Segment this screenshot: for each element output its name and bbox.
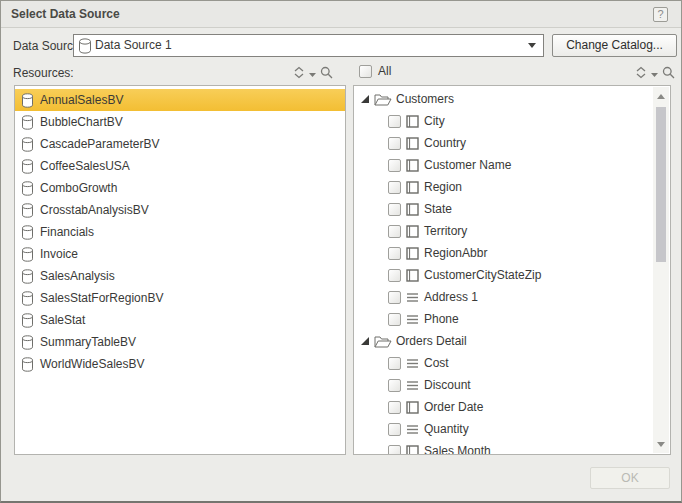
field-checkbox[interactable]: [388, 313, 401, 326]
field-checkbox[interactable]: [388, 203, 401, 216]
resource-item[interactable]: ComboGrowth: [15, 177, 345, 199]
column-field-icon: [406, 269, 419, 282]
tree-field-row[interactable]: Sales Month: [354, 440, 652, 455]
tree-field-label: Region: [424, 180, 462, 194]
resource-item[interactable]: SalesAnalysis: [15, 265, 345, 287]
tree-expander-icon: [360, 336, 370, 346]
field-checkbox[interactable]: [388, 137, 401, 150]
detail-field-icon: [406, 357, 419, 370]
resource-item-label: BubbleChartBV: [40, 115, 123, 129]
tree-expander-icon: [360, 94, 370, 104]
tree-field-row[interactable]: Quantity: [354, 418, 652, 440]
scrollbar-up-icon[interactable]: [653, 88, 669, 104]
all-label: All: [378, 64, 391, 78]
field-checkbox[interactable]: [388, 423, 401, 436]
all-checkbox[interactable]: [359, 65, 372, 78]
tree-field-label: CustomerCityStateZip: [424, 268, 541, 282]
sort-caret-icon[interactable]: [651, 73, 658, 78]
tree-field-row[interactable]: RegionAbbr: [354, 242, 652, 264]
search-icon[interactable]: [320, 66, 333, 79]
tree-field-row[interactable]: Cost: [354, 352, 652, 374]
tree-field-row[interactable]: Customer Name: [354, 154, 652, 176]
resource-item[interactable]: SummaryTableBV: [15, 331, 345, 353]
column-field-icon: [406, 445, 419, 456]
field-checkbox[interactable]: [388, 291, 401, 304]
field-checkbox[interactable]: [388, 357, 401, 370]
resource-item[interactable]: BubbleChartBV: [15, 111, 345, 133]
tree-field-row[interactable]: Order Date: [354, 396, 652, 418]
field-checkbox[interactable]: [388, 181, 401, 194]
resource-item-label: CascadeParameterBV: [40, 137, 159, 151]
column-field-icon: [406, 137, 419, 150]
folder-icon: [374, 335, 392, 348]
business-view-icon: [21, 225, 34, 240]
sort-icon[interactable]: [293, 66, 305, 79]
dialog-title: Select Data Source: [11, 7, 120, 21]
field-checkbox[interactable]: [388, 401, 401, 414]
resource-item[interactable]: CoffeeSalesUSA: [15, 155, 345, 177]
resource-item-label: AnnualSalesBV: [40, 93, 123, 107]
business-view-icon: [21, 357, 34, 372]
sort-caret-icon[interactable]: [309, 73, 316, 78]
vertical-scrollbar[interactable]: [653, 87, 669, 453]
business-view-icon: [21, 181, 34, 196]
detail-field-icon: [406, 291, 419, 304]
dropdown-arrow-icon[interactable]: [528, 43, 536, 48]
resource-item[interactable]: Financials: [15, 221, 345, 243]
tree-field-row[interactable]: Region: [354, 176, 652, 198]
field-checkbox[interactable]: [388, 379, 401, 392]
ok-button[interactable]: OK: [590, 467, 670, 489]
field-checkbox[interactable]: [388, 159, 401, 172]
all-row: All: [359, 64, 391, 78]
resource-item-label: CoffeeSalesUSA: [40, 159, 130, 173]
column-field-icon: [406, 115, 419, 128]
resource-item[interactable]: SalesStatForRegionBV: [15, 287, 345, 309]
scrollbar-thumb[interactable]: [656, 107, 666, 262]
field-checkbox[interactable]: [388, 445, 401, 456]
business-view-icon: [21, 203, 34, 218]
help-icon[interactable]: ?: [653, 7, 668, 22]
tree-field-row[interactable]: Address 1: [354, 286, 652, 308]
tree-field-row[interactable]: Territory: [354, 220, 652, 242]
resource-item-label: SaleStat: [40, 313, 85, 327]
resources-list: AnnualSalesBVBubbleChartBVCascadeParamet…: [14, 85, 346, 455]
business-view-icon: [21, 159, 34, 174]
fields-tree-panel: CustomersCityCountryCustomer NameRegionS…: [353, 85, 671, 455]
resource-item-label: CrosstabAnalysisBV: [40, 203, 149, 217]
resource-item-label: Financials: [40, 225, 94, 239]
data-source-dropdown[interactable]: Data Source 1: [73, 34, 544, 57]
detail-field-icon: [406, 313, 419, 326]
tree-folder-label: Customers: [396, 92, 454, 106]
column-field-icon: [406, 247, 419, 260]
field-checkbox[interactable]: [388, 225, 401, 238]
field-checkbox[interactable]: [388, 269, 401, 282]
column-field-icon: [406, 203, 419, 216]
tree-field-row[interactable]: State: [354, 198, 652, 220]
resource-item[interactable]: Invoice: [15, 243, 345, 265]
business-view-icon: [21, 247, 34, 262]
column-field-icon: [406, 225, 419, 238]
resource-item-label: SummaryTableBV: [40, 335, 136, 349]
tree-field-row[interactable]: Country: [354, 132, 652, 154]
field-checkbox[interactable]: [388, 247, 401, 260]
resource-item[interactable]: CascadeParameterBV: [15, 133, 345, 155]
tree-field-row[interactable]: Discount: [354, 374, 652, 396]
resource-item[interactable]: AnnualSalesBV: [15, 89, 345, 111]
resource-item[interactable]: WorldWideSalesBV: [15, 353, 345, 375]
resource-item[interactable]: CrosstabAnalysisBV: [15, 199, 345, 221]
scrollbar-down-icon[interactable]: [653, 436, 669, 452]
business-view-icon: [21, 115, 34, 130]
sort-icon[interactable]: [635, 66, 647, 79]
dialog-titlebar: Select Data Source ?: [1, 1, 681, 28]
fields-tree: CustomersCityCountryCustomer NameRegionS…: [354, 88, 670, 455]
tree-field-row[interactable]: CustomerCityStateZip: [354, 264, 652, 286]
tree-folder-row[interactable]: Customers: [354, 88, 652, 110]
search-icon[interactable]: [662, 66, 675, 79]
change-catalog-button[interactable]: Change Catalog...: [552, 34, 677, 57]
tree-field-row[interactable]: City: [354, 110, 652, 132]
tree-field-row[interactable]: Phone: [354, 308, 652, 330]
field-checkbox[interactable]: [388, 115, 401, 128]
select-data-source-dialog: Select Data Source ? Data Source: Data S…: [0, 0, 682, 503]
resource-item[interactable]: SaleStat: [15, 309, 345, 331]
tree-folder-row[interactable]: Orders Detail: [354, 330, 652, 352]
